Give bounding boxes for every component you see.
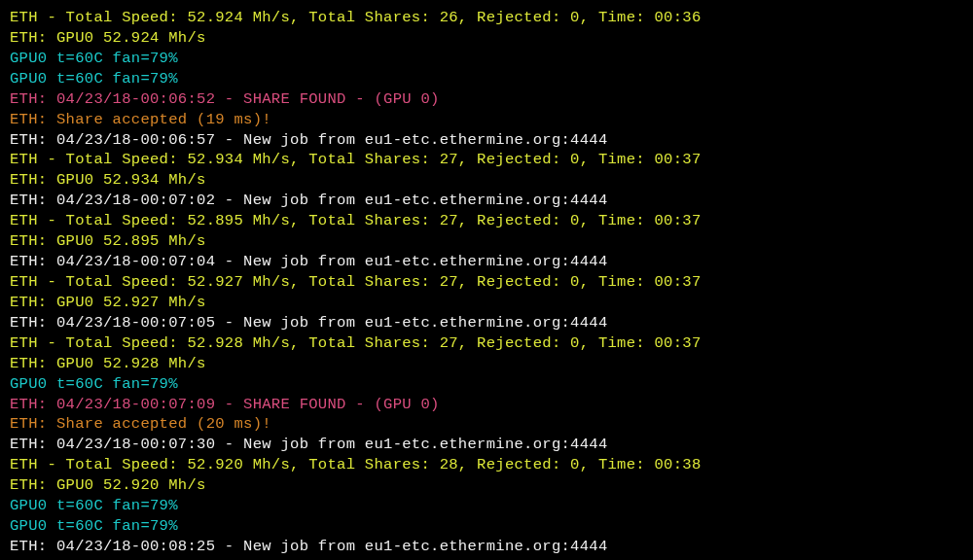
terminal-line: ETH: 04/23/18-00:07:05 - New job from eu… <box>10 313 963 333</box>
terminal-line: ETH: Share accepted (19 ms)! <box>10 110 963 130</box>
terminal-line: ETH: 04/23/18-00:07:09 - SHARE FOUND - (… <box>10 395 963 415</box>
terminal-line: ETH: Share accepted (20 ms)! <box>10 414 963 435</box>
terminal-line: GPU0 t=60C fan=79% <box>10 374 963 395</box>
terminal-line: ETH: GPU0 52.927 Mh/s <box>10 293 963 313</box>
terminal-line: ETH: GPU0 52.934 Mh/s <box>10 170 963 191</box>
terminal-line: ETH: GPU0 52.928 Mh/s <box>10 354 963 374</box>
terminal-line: ETH: 04/23/18-00:07:04 - New job from eu… <box>10 252 963 272</box>
terminal-line: ETH - Total Speed: 52.927 Mh/s, Total Sh… <box>10 272 963 293</box>
terminal-line: ETH: GPU0 52.920 Mh/s <box>10 475 963 496</box>
terminal-line: ETH: GPU0 52.924 Mh/s <box>10 28 963 49</box>
terminal-line: GPU0 t=60C fan=79% <box>10 496 963 516</box>
terminal-output: ETH - Total Speed: 52.924 Mh/s, Total Sh… <box>10 8 963 560</box>
terminal-line: ETH: GPU0 52.895 Mh/s <box>10 231 963 252</box>
terminal-line: ETH - Total Speed: 52.924 Mh/s, Total Sh… <box>10 8 963 28</box>
terminal-line: ETH - Total Speed: 52.934 Mh/s, Total Sh… <box>10 150 963 170</box>
terminal-line: GPU0 t=60C fan=79% <box>10 69 963 89</box>
terminal-line: ETH - Total Speed: 52.928 Mh/s, Total Sh… <box>10 333 963 354</box>
terminal-line: ETH: 04/23/18-00:08:25 - New job from eu… <box>10 537 963 557</box>
terminal-line: ETH - Total Speed: 52.895 Mh/s, Total Sh… <box>10 211 963 231</box>
terminal-line: ETH - Total Speed: 52.920 Mh/s, Total Sh… <box>10 455 963 475</box>
terminal-line: ETH: 04/23/18-00:06:52 - SHARE FOUND - (… <box>10 89 963 110</box>
terminal-line: ETH: 04/23/18-00:07:30 - New job from eu… <box>10 435 963 455</box>
terminal-line: ETH: 04/23/18-00:07:02 - New job from eu… <box>10 191 963 211</box>
terminal-line: GPU0 t=60C fan=79% <box>10 516 963 537</box>
terminal-line: ETH: 04/23/18-00:06:57 - New job from eu… <box>10 130 963 151</box>
terminal-line: GPU0 t=60C fan=79% <box>10 49 963 69</box>
